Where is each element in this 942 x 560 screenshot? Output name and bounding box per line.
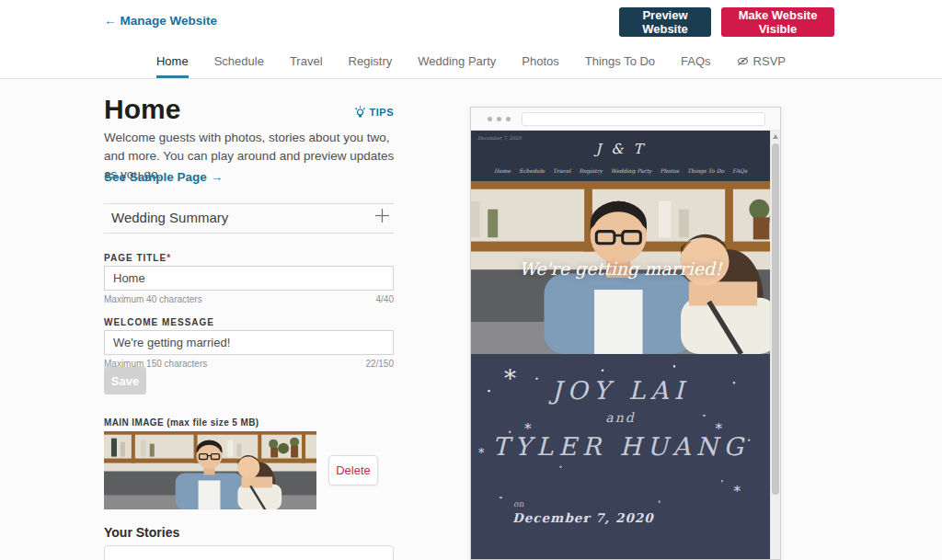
page-title-helper-row: Maximum 40 characters 4/40	[104, 294, 394, 304]
delete-image-button[interactable]: Delete	[328, 455, 378, 486]
page-title: Home	[104, 94, 180, 125]
browser-dot-icon	[488, 117, 492, 121]
preview-website-button[interactable]: Preview Website	[619, 7, 711, 37]
preview-nav-registry[interactable]: Registry	[579, 167, 603, 174]
forward-arrow-icon: →	[211, 170, 224, 184]
tab-rsvp[interactable]: RSVP	[737, 44, 786, 78]
tab-photos[interactable]: Photos	[522, 44, 558, 78]
website-preview-panel: December 7, 2020 J & T Home Schedule Tra…	[470, 107, 781, 560]
your-stories-title: Your Stories	[104, 525, 179, 540]
preview-name-joiner: and	[471, 410, 770, 425]
tab-wedding-party-label: Wedding Party	[418, 54, 496, 68]
preview-nav-travel[interactable]: Travel	[553, 167, 570, 174]
tab-home-label: Home	[156, 54, 189, 68]
sample-link-label: See Sample Page	[104, 170, 207, 184]
page-title-char-count: 4/40	[376, 294, 394, 304]
preview-site-nav: Home Schedule Travel Registry Wedding Pa…	[471, 167, 770, 174]
page-title-label-text: PAGE TITLE	[104, 253, 167, 263]
manage-website-link[interactable]: ← Manage Website	[104, 14, 217, 28]
plus-icon	[374, 208, 390, 223]
browser-dot-icon	[497, 117, 501, 121]
tab-wedding-party[interactable]: Wedding Party	[418, 44, 496, 78]
page-title-field-label: PAGE TITLE*	[104, 253, 171, 263]
tab-schedule[interactable]: Schedule	[214, 44, 264, 78]
make-website-visible-button[interactable]: Make Website Visible	[721, 7, 834, 37]
divider	[104, 233, 394, 234]
preview-hero-photo: We're getting married!	[471, 181, 770, 354]
preview-nav-things-to-do[interactable]: Things To Do	[687, 167, 724, 174]
main-image-label: MAIN IMAGE (max file size 5 MB)	[104, 417, 259, 428]
tab-travel[interactable]: Travel	[290, 44, 323, 78]
lightbulb-icon	[354, 106, 366, 119]
main-image-thumbnail	[104, 431, 316, 509]
browser-dot-icon	[506, 117, 511, 121]
star-icon: *	[524, 420, 532, 437]
tab-rsvp-label: RSVP	[753, 54, 786, 68]
welcome-message-helper-row: Maximum 150 characters 22/150	[104, 359, 394, 369]
preview-header-date: December 7, 2020	[477, 135, 522, 141]
star-icon: *	[504, 365, 516, 393]
tab-faqs-label: FAQs	[681, 54, 711, 68]
divider	[104, 203, 394, 204]
tips-button[interactable]: TIPS	[354, 106, 394, 119]
star-icon: *	[716, 420, 723, 437]
couple-photo	[104, 431, 316, 509]
preview-nav-home[interactable]: Home	[494, 167, 511, 174]
tab-photos-label: Photos	[522, 54, 558, 68]
preview-nav-photos[interactable]: Photos	[660, 167, 679, 174]
tab-travel-label: Travel	[290, 54, 323, 68]
tab-faqs[interactable]: FAQs	[681, 44, 711, 78]
browser-url-bar	[522, 112, 765, 126]
page-tabs: Home Schedule Travel Registry Wedding Pa…	[0, 44, 942, 79]
preview-date-prefix: on	[513, 499, 523, 509]
star-icon: *	[734, 483, 741, 499]
required-asterisk: *	[167, 253, 171, 263]
expand-wedding-summary-button[interactable]	[374, 208, 390, 223]
stories-card	[104, 545, 394, 560]
preview-wedding-date: December 7, 2020	[512, 510, 654, 525]
page-title-helper: Maximum 40 characters	[104, 294, 202, 304]
welcome-message-input[interactable]	[104, 330, 394, 355]
welcome-message-field-label: WELCOME MESSAGE	[104, 317, 214, 327]
preview-welcome-message: We're getting married!	[471, 258, 770, 279]
star-icon: *	[478, 446, 485, 460]
preview-nav-faqs[interactable]: FAQs	[732, 167, 747, 174]
tab-things-to-do[interactable]: Things To Do	[585, 44, 655, 78]
editor-column: Home TIPS Welcome guests with photos, st…	[104, 79, 394, 560]
tab-things-to-do-label: Things To Do	[585, 54, 655, 68]
tips-label: TIPS	[370, 107, 394, 118]
preview-nav-wedding-party[interactable]: Wedding Party	[611, 167, 651, 174]
tab-home[interactable]: Home	[156, 44, 189, 78]
eye-off-icon	[737, 56, 749, 66]
preview-name-2: TYLER HUANG	[471, 432, 770, 461]
top-bar: ← Manage Website Preview Website Make We…	[0, 0, 942, 44]
preview-names-section: * * * * * JOY LAI and TYLER HUANG on Dec…	[471, 354, 770, 559]
manage-website-label: Manage Website	[121, 14, 218, 28]
preview-scrollbar[interactable]	[770, 131, 780, 559]
preview-site: December 7, 2020 J & T Home Schedule Tra…	[471, 131, 770, 559]
preview-scrollbar-thumb[interactable]	[772, 143, 779, 495]
scroll-up-arrow-icon[interactable]	[773, 134, 778, 139]
browser-chrome-bar	[471, 108, 780, 131]
tab-schedule-label: Schedule	[214, 54, 264, 68]
page-body: Home TIPS Welcome guests with photos, st…	[0, 79, 942, 560]
wedding-summary-title: Wedding Summary	[111, 210, 228, 225]
see-sample-page-link[interactable]: See Sample Page →	[104, 170, 223, 184]
save-button[interactable]: Save	[104, 367, 146, 394]
welcome-message-char-count: 22/150	[365, 359, 394, 369]
back-arrow-icon: ←	[104, 14, 117, 28]
page-title-input[interactable]	[104, 266, 394, 291]
tab-registry[interactable]: Registry	[349, 44, 393, 78]
preview-nav-schedule[interactable]: Schedule	[519, 167, 545, 174]
preview-site-header: December 7, 2020 J & T Home Schedule Tra…	[471, 131, 770, 181]
tab-registry-label: Registry	[349, 54, 393, 68]
